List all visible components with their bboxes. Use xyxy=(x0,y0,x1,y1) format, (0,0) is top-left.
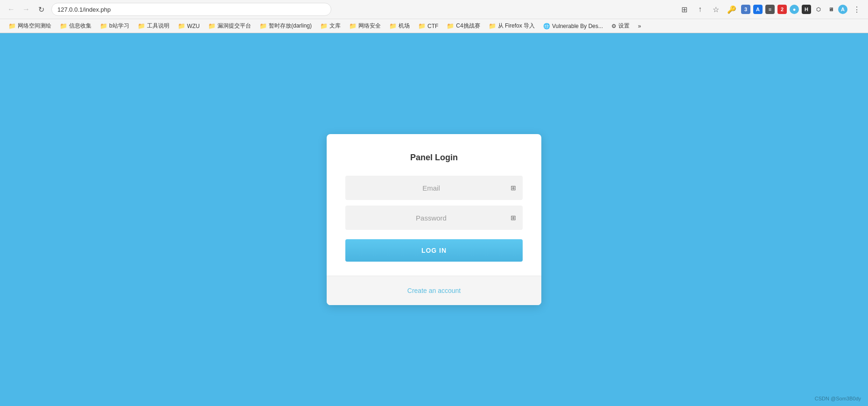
folder-icon: 📁 xyxy=(8,22,16,29)
main-content: Panel Login ⊞ ⊞ LOG IN Create an account xyxy=(0,33,868,406)
password-input[interactable] xyxy=(352,214,511,222)
bookmark-item[interactable]: 📁 网络空间测绘 xyxy=(5,21,55,31)
extension-avatar-icon[interactable]: A xyxy=(838,5,847,14)
bookmark-label: 网络空间测绘 xyxy=(18,22,51,30)
email-autofill-icon[interactable]: ⊞ xyxy=(511,184,516,192)
folder-icon: 📁 xyxy=(178,22,185,29)
settings-icon: ⚙ xyxy=(611,23,616,29)
extension-circle-icon[interactable]: ● xyxy=(790,5,799,14)
bookmark-item[interactable]: 📁 C4挑战赛 xyxy=(443,21,483,31)
bookmark-item[interactable]: 📁 文库 xyxy=(316,21,344,31)
share-icon[interactable]: ↑ xyxy=(693,3,707,16)
bookmark-item[interactable]: ⚙ 设置 xyxy=(608,21,633,31)
folder-icon: 📁 xyxy=(349,22,357,29)
bookmark-label: 网络安全 xyxy=(358,22,381,30)
bookmark-label: C4挑战赛 xyxy=(456,22,480,30)
folder-icon: 📁 xyxy=(320,22,328,29)
more-menu-button[interactable]: ⋮ xyxy=(850,3,863,16)
bookmark-label: CTF xyxy=(427,23,438,29)
bookmark-item[interactable]: 📁 b站学习 xyxy=(96,21,133,31)
bookmark-label: 工具说明 xyxy=(147,22,169,30)
bookmark-label: 文库 xyxy=(329,22,341,30)
nav-buttons: ← → ↻ xyxy=(5,3,48,16)
bookmark-label: 设置 xyxy=(618,22,630,30)
extension-3-icon[interactable]: 3 xyxy=(741,5,750,14)
browser-chrome: ← → ↻ 127.0.0.1/index.php ⊞ ↑ ☆ 🔑 3 A ≡ … xyxy=(0,0,868,33)
bookmark-item[interactable]: 📁 从 Firefox 导入 xyxy=(485,21,539,31)
bookmark-item[interactable]: 📁 漏洞提交平台 xyxy=(204,21,255,31)
watermark: CSDN @Som3B0dy xyxy=(815,396,861,401)
bookmark-item[interactable]: 📁 工具说明 xyxy=(134,21,173,31)
bookmark-label: 从 Firefox 导入 xyxy=(498,22,535,30)
bookmarks-bar: 📁 网络空间测绘 📁 信息收集 📁 b站学习 📁 工具说明 📁 WZU 📁 漏洞… xyxy=(0,19,868,33)
profile-icon[interactable]: 🔑 xyxy=(725,3,738,16)
login-card-body: Panel Login ⊞ ⊞ LOG IN xyxy=(327,134,541,276)
bookmark-label: WZU xyxy=(187,23,200,29)
bookmark-label: Vulnerable By Des... xyxy=(552,23,603,29)
email-input[interactable] xyxy=(352,184,511,192)
forward-button[interactable]: → xyxy=(20,3,33,16)
login-card-footer: Create an account xyxy=(327,276,541,305)
globe-icon: 🌐 xyxy=(543,23,550,29)
back-button[interactable]: ← xyxy=(5,3,18,16)
address-bar[interactable]: 127.0.0.1/index.php xyxy=(51,3,331,16)
extension-a-icon[interactable]: A xyxy=(753,5,763,14)
password-field-container: ⊞ xyxy=(345,206,523,230)
folder-icon: 📁 xyxy=(60,22,67,29)
translate-icon[interactable]: ⊞ xyxy=(678,3,691,16)
bookmark-item[interactable]: 📁 暂时存放(darling) xyxy=(256,21,315,31)
more-bookmarks-icon: » xyxy=(638,23,641,29)
bookmark-item[interactable]: 📁 信息收集 xyxy=(56,21,95,31)
folder-icon: 📁 xyxy=(489,22,496,29)
folder-icon: 📁 xyxy=(447,22,454,29)
bookmark-label: 机场 xyxy=(399,22,410,30)
folder-icon: 📁 xyxy=(100,22,107,29)
folder-icon: 📁 xyxy=(389,22,397,29)
url-text: 127.0.0.1/index.php xyxy=(57,6,111,13)
folder-icon: 📁 xyxy=(259,22,267,29)
bookmark-label: 漏洞提交平台 xyxy=(217,22,251,30)
folder-icon: 📁 xyxy=(208,22,216,29)
bookmark-item[interactable]: 🌐 Vulnerable By Des... xyxy=(539,22,607,30)
extension-menu-icon[interactable]: ≡ xyxy=(765,5,775,14)
folder-icon: 📁 xyxy=(138,22,145,29)
bookmark-more[interactable]: » xyxy=(634,22,645,30)
login-button[interactable]: LOG IN xyxy=(345,239,523,262)
bookmark-item[interactable]: 📁 机场 xyxy=(385,21,413,31)
extension-monitor-icon[interactable]: 🖥 xyxy=(826,5,835,14)
login-title: Panel Login xyxy=(345,153,523,163)
folder-icon: 📁 xyxy=(418,22,426,29)
create-account-link[interactable]: Create an account xyxy=(407,287,461,294)
email-field-container: ⊞ xyxy=(345,176,523,200)
login-card: Panel Login ⊞ ⊞ LOG IN Create an account xyxy=(327,134,541,305)
bookmark-label: 暂时存放(darling) xyxy=(269,22,312,30)
browser-actions: ⊞ ↑ ☆ 🔑 3 A ≡ 2 ● H ⬡ 🖥 A ⋮ xyxy=(678,3,863,16)
bookmark-label: 信息收集 xyxy=(69,22,91,30)
bookmark-item[interactable]: 📁 网络安全 xyxy=(345,21,385,31)
bookmark-item[interactable]: 📁 CTF xyxy=(414,21,442,30)
extension-puzzle-icon[interactable]: ⬡ xyxy=(814,5,823,14)
password-autofill-icon[interactable]: ⊞ xyxy=(511,214,516,221)
bookmark-icon[interactable]: ☆ xyxy=(709,3,722,16)
extension-red-icon[interactable]: 2 xyxy=(777,5,787,14)
extension-h-icon[interactable]: H xyxy=(802,5,811,14)
refresh-button[interactable]: ↻ xyxy=(35,3,48,16)
browser-toolbar: ← → ↻ 127.0.0.1/index.php ⊞ ↑ ☆ 🔑 3 A ≡ … xyxy=(0,0,868,19)
bookmark-label: b站学习 xyxy=(109,22,129,30)
bookmark-item[interactable]: 📁 WZU xyxy=(174,21,203,30)
